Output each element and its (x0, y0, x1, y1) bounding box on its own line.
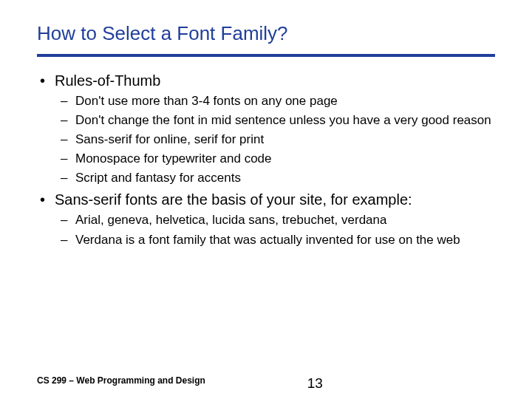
sub-bullet: Verdana is a font family that was actual… (75, 232, 495, 248)
bullet-text: Rules-of-Thumb (55, 72, 160, 89)
sub-bullet: Don't use more than 3-4 fonts on any one… (75, 93, 495, 109)
bullet-rules-of-thumb: Rules-of-Thumb Don't use more than 3-4 f… (55, 72, 495, 186)
bullet-sans-serif: Sans-serif fonts are the basis of your s… (55, 191, 495, 248)
slide-footer: CS 299 – Web Programming and Design 13 (37, 375, 495, 386)
bullet-text: Sans-serif fonts are the basis of your s… (55, 191, 412, 208)
title-divider (37, 54, 495, 57)
sub-bullet: Arial, geneva, helvetica, lucida sans, t… (75, 212, 495, 228)
footer-page-number: 13 (307, 375, 323, 392)
sub-bullet: Script and fantasy for accents (75, 170, 495, 186)
sub-bullet: Don't change the font in mid sentence un… (75, 112, 495, 129)
slide-body: Rules-of-Thumb Don't use more than 3-4 f… (37, 72, 495, 248)
sub-bullet: Monospace for typewriter and code (75, 151, 495, 167)
footer-course-label: CS 299 – Web Programming and Design (37, 375, 205, 386)
sub-bullet: Sans-serif for online, serif for print (75, 132, 495, 148)
slide-title: How to Select a Font Family? (37, 22, 495, 45)
